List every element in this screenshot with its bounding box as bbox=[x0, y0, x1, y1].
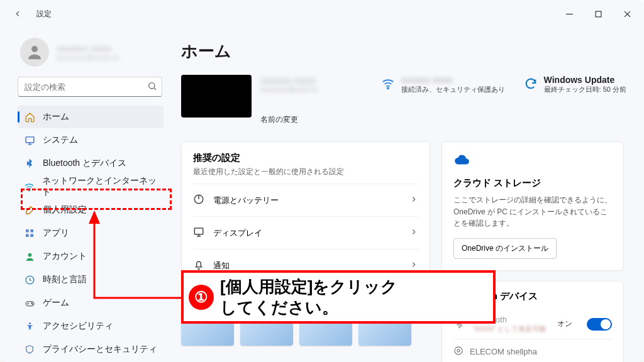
svg-rect-5 bbox=[26, 229, 29, 233]
personalize-icon bbox=[24, 204, 35, 216]
row-label: ディスプレイ bbox=[213, 228, 401, 239]
nav-label: プライバシーとセキュリティ bbox=[43, 344, 157, 355]
svg-point-14 bbox=[29, 322, 31, 324]
wu-status[interactable]: Windows Update 最終チェック日時: 50 分前 bbox=[524, 75, 626, 94]
nav-account[interactable]: アカウント bbox=[18, 245, 164, 268]
close-button[interactable] bbox=[613, 4, 641, 24]
accessibility-icon bbox=[24, 321, 35, 332]
nav-bluetooth[interactable]: Bluetooth とデバイス bbox=[18, 152, 164, 175]
wifi-status[interactable]: xxxxxx xxxx 接続済み、セキュリティ保護あり bbox=[381, 75, 505, 94]
nav-gaming[interactable]: ゲーム bbox=[18, 292, 164, 314]
bluetooth-toggle[interactable] bbox=[587, 318, 612, 331]
svg-point-9 bbox=[28, 253, 31, 256]
cloud-card: クラウド ストレージ ここでストレージの詳細を確認できるように、OneDrive… bbox=[441, 141, 624, 271]
nav-apps[interactable]: アプリ bbox=[18, 222, 164, 244]
search-field[interactable] bbox=[18, 77, 162, 97]
bluetooth-icon bbox=[24, 158, 35, 169]
nav-label: 時刻と言語 bbox=[43, 274, 87, 285]
svg-point-13 bbox=[32, 304, 33, 304]
svg-point-1 bbox=[31, 46, 38, 52]
wifi-icon bbox=[24, 181, 35, 192]
svg-point-18 bbox=[457, 349, 460, 352]
pc-block[interactable]: xxxxxx xxxx xxxxxxxx@xxxx.xx 名前の変更 bbox=[181, 75, 318, 125]
titlebar: 設定 bbox=[0, 0, 644, 28]
nav-time[interactable]: 時刻と言語 bbox=[18, 268, 164, 291]
row-power[interactable]: 電源とバッテリー bbox=[193, 184, 418, 216]
nav-network[interactable]: ネットワークとインターネット bbox=[18, 175, 164, 198]
annotation-callout: ① [個人用設定]をクリックしてください。 bbox=[181, 270, 496, 324]
account-icon bbox=[24, 251, 35, 262]
row-label: 通知 bbox=[213, 260, 401, 272]
back-button[interactable] bbox=[8, 4, 28, 24]
nav-label: Bluetooth とデバイス bbox=[43, 158, 126, 169]
nav-system[interactable]: システム bbox=[18, 129, 164, 151]
svg-point-4 bbox=[29, 190, 30, 190]
power-icon bbox=[193, 194, 204, 207]
nav-label: アプリ bbox=[43, 228, 69, 239]
svg-rect-3 bbox=[26, 136, 34, 142]
svg-rect-0 bbox=[596, 11, 601, 17]
info-row: xxxxxx xxxx xxxxxxxx@xxxx.xx 名前の変更 xxxxx… bbox=[181, 75, 626, 125]
gaming-icon bbox=[24, 297, 35, 309]
svg-rect-7 bbox=[26, 234, 29, 237]
svg-rect-17 bbox=[194, 228, 203, 234]
cloud-title: クラウド ストレージ bbox=[453, 177, 612, 189]
nav-personalization[interactable]: 個人用設定 bbox=[18, 199, 164, 221]
device-icon bbox=[453, 346, 464, 358]
recommended-sub: 最近使用した設定と一般的に使用される設定 bbox=[193, 167, 418, 177]
nav: ホーム システム Bluetooth とデバイス ネットワークとインターネット … bbox=[18, 106, 164, 362]
display-icon bbox=[193, 226, 204, 240]
bt-device-row[interactable]: ELECOM shellpha bbox=[453, 339, 612, 358]
nav-label: 個人用設定 bbox=[43, 204, 87, 216]
nav-home[interactable]: ホーム bbox=[18, 106, 164, 128]
wu-sub: 最終チェック日時: 50 分前 bbox=[544, 85, 626, 94]
svg-rect-8 bbox=[30, 234, 33, 237]
user-block[interactable]: xxxxxx xxxx xxxxxxxx@xxxx.xx bbox=[18, 34, 166, 77]
nav-label: システム bbox=[43, 134, 78, 146]
apps-icon bbox=[24, 228, 35, 239]
time-icon bbox=[24, 274, 35, 285]
svg-point-15 bbox=[387, 87, 388, 89]
user-name: xxxxxx xxxx bbox=[57, 43, 119, 53]
search-icon bbox=[147, 81, 157, 94]
nav-privacy[interactable]: プライバシーとセキュリティ bbox=[18, 338, 164, 361]
wifi-sub: 接続済み、セキュリティ保護あり bbox=[401, 85, 505, 94]
home-icon bbox=[24, 111, 35, 123]
wifi-ssid: xxxxxx xxxx bbox=[401, 75, 505, 85]
pc-name: xxxxxx xxxx bbox=[260, 75, 318, 85]
search-input[interactable] bbox=[18, 77, 162, 97]
recommended-title: 推奨の設定 bbox=[193, 152, 418, 164]
cloud-desc: ここでストレージの詳細を確認できるように、OneDrive が PC にインスト… bbox=[453, 194, 612, 229]
svg-point-2 bbox=[149, 83, 155, 89]
rename-link[interactable]: 名前の変更 bbox=[260, 114, 318, 125]
page-title: ホーム bbox=[181, 40, 626, 62]
install-onedrive-button[interactable]: OneDrive のインストール bbox=[453, 238, 557, 259]
settings-window: 設定 xxxxxx xxxx xxxxxxxx@xxxx.xx bbox=[0, 0, 644, 362]
annotation-text: [個人用設定]をクリックしてください。 bbox=[220, 277, 397, 317]
wifi-icon bbox=[381, 77, 395, 92]
avatar bbox=[20, 38, 49, 67]
nav-label: アカウント bbox=[43, 251, 87, 262]
system-icon bbox=[24, 134, 35, 146]
user-mail: xxxxxxxx@xxxx.xx bbox=[57, 53, 119, 62]
maximize-button[interactable] bbox=[584, 4, 613, 24]
minimize-button[interactable] bbox=[555, 4, 584, 24]
row-display[interactable]: ディスプレイ bbox=[193, 216, 418, 249]
nav-label: ネットワークとインターネット bbox=[42, 175, 157, 198]
nav-label: ゲーム bbox=[43, 297, 69, 309]
svg-rect-6 bbox=[30, 229, 33, 233]
bt-device-name: ELECOM shellpha bbox=[470, 347, 537, 356]
bt-on-label: オン bbox=[557, 319, 572, 329]
privacy-icon bbox=[24, 344, 35, 355]
nav-accessibility[interactable]: アクセシビリティ bbox=[18, 315, 164, 337]
cloud-icon bbox=[453, 152, 612, 171]
sync-icon bbox=[524, 77, 538, 92]
pc-model: xxxxxxxx@xxxx.xx bbox=[260, 85, 318, 93]
nav-label: ホーム bbox=[43, 111, 69, 123]
nav-label: アクセシビリティ bbox=[43, 321, 113, 332]
bt-sub: "XXXX" として発見可能 bbox=[472, 324, 546, 334]
desktop-thumbnail bbox=[181, 75, 252, 118]
wu-title: Windows Update bbox=[544, 75, 626, 85]
chevron-right-icon bbox=[409, 195, 418, 206]
sidebar: xxxxxx xxxx xxxxxxxx@xxxx.xx ホーム システム bbox=[0, 28, 170, 362]
